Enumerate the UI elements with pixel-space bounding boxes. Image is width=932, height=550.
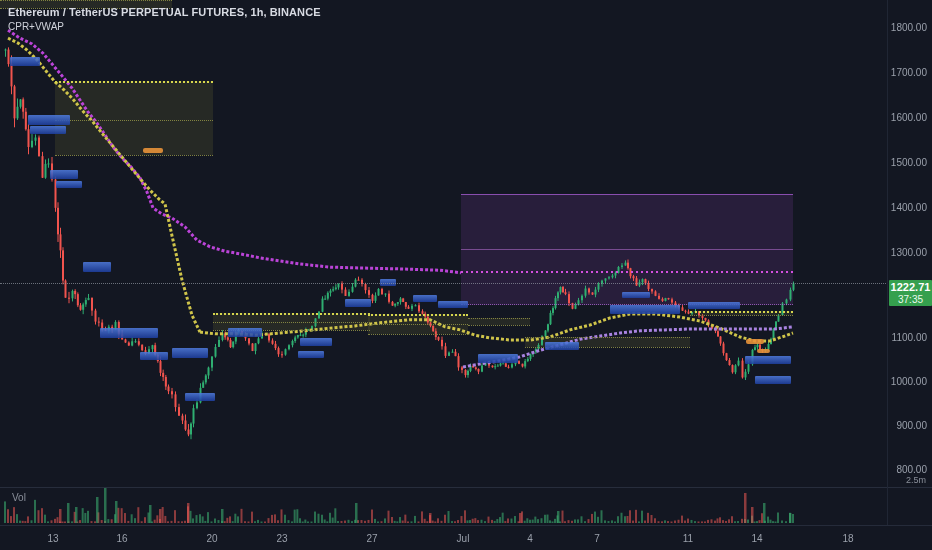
price-tick-label: 800.00 [867,464,927,475]
time-tick-label: 23 [262,533,302,544]
last-price-label[interactable]: 1222.71 37:35 [889,280,932,306]
price-tick-label: 900.00 [867,420,927,431]
price-tick-label: 1700.00 [867,67,927,78]
time-tick-label: 4 [510,533,550,544]
time-tick-label: 16 [102,533,142,544]
price-tick-label: 1800.00 [867,22,927,33]
price-tick-label: 1400.00 [867,202,927,213]
price-tick-label: 1000.00 [867,376,927,387]
time-tick-label: 14 [737,533,777,544]
time-tick-label: 11 [668,533,708,544]
chart-canvas[interactable] [0,0,932,550]
price-tick-label: 1600.00 [867,112,927,123]
price-tick-label: 1500.00 [867,157,927,168]
volume-label: Vol [12,492,26,503]
bar-countdown: 37:35 [889,294,932,305]
last-price-value: 1222.71 [889,281,932,294]
time-tick-label: 13 [33,533,73,544]
time-tick-label: 27 [352,533,392,544]
time-tick-label: Jul [443,533,483,544]
price-tick-label: 1100.00 [867,332,927,343]
trading-chart-root: Ethereum / TetherUS PERPETUAL FUTURES, 1… [0,0,932,550]
time-tick-label: 20 [192,533,232,544]
volume-scale-label: 2.5m [906,475,926,485]
price-tick-label: 1300.00 [867,247,927,258]
last-price-line [0,283,932,284]
symbol-title[interactable]: Ethereum / TetherUS PERPETUAL FUTURES, 1… [8,6,321,18]
indicator-title[interactable]: CPR+VWAP [8,21,321,32]
time-tick-label: 18 [828,533,868,544]
time-tick-label: 7 [577,533,617,544]
price-axis[interactable] [887,0,932,525]
chart-legend[interactable]: Ethereum / TetherUS PERPETUAL FUTURES, 1… [8,6,321,32]
